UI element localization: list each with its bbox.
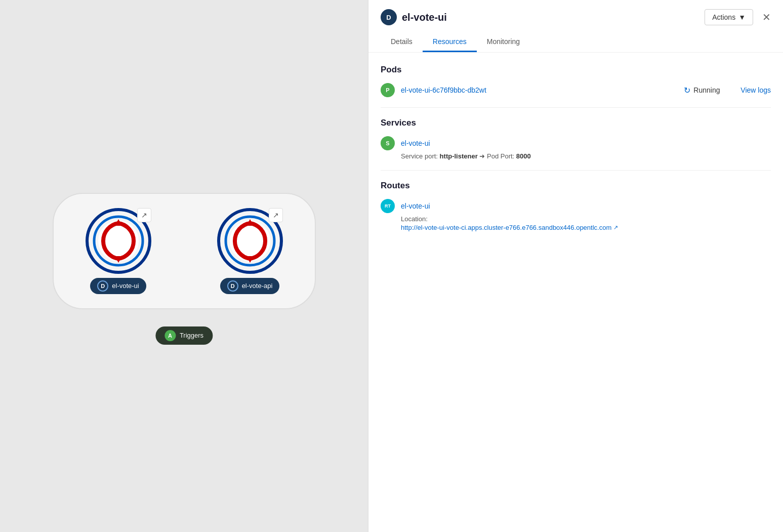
panel-body: Pods P el-vote-ui-6c76f9bbc-db2wt ↻ Runn… [368, 53, 783, 532]
arrow-icon: ➜ [479, 152, 487, 160]
triggers-letter: A [164, 330, 176, 341]
route-name-link[interactable]: el-vote-ui [401, 202, 430, 210]
node-badge-api: D [227, 280, 238, 292]
node-label-ui: D el-vote-ui [90, 278, 146, 294]
pod-name-link[interactable]: el-vote-ui-6c76f9bbc-db2wt [401, 86, 678, 94]
panel-title-row: D el-vote-ui Actions ▼ ✕ [381, 9, 771, 25]
route-url-link[interactable]: http://el-vote-ui-vote-ci.apps.cluster-e… [401, 224, 611, 231]
divider-1 [381, 107, 771, 108]
close-button[interactable]: ✕ [762, 12, 771, 22]
chevron-down-icon: ▼ [738, 13, 746, 21]
service-name-link[interactable]: el-vote-ui [401, 139, 430, 147]
route-location-label: Location: [381, 215, 771, 223]
node-icon-wrap-api[interactable]: ↗ [217, 208, 283, 274]
pod-port-label: Pod Port: [487, 152, 514, 160]
service-port-label: Service port: [401, 152, 438, 160]
node-el-vote-ui[interactable]: ↗ [86, 208, 151, 294]
external-link-icon-api[interactable]: ↗ [269, 208, 283, 222]
node-icon-wrap-ui[interactable]: ↗ [86, 208, 151, 274]
route-row: RT el-vote-ui [381, 199, 771, 213]
group-container: ↗ [53, 193, 316, 340]
panel-header: D el-vote-ui Actions ▼ ✕ Details Resourc… [368, 0, 783, 53]
route-badge: RT [381, 199, 395, 213]
routes-section-title: Routes [381, 181, 771, 191]
nodes-row: ↗ [53, 208, 316, 294]
view-logs-link[interactable]: View logs [740, 86, 771, 94]
service-row: S el-vote-ui [381, 136, 771, 150]
external-link-icon-ui[interactable]: ↗ [137, 208, 151, 222]
title-badge: D [381, 9, 397, 25]
pod-badge: P [381, 83, 395, 97]
tab-details[interactable]: Details [381, 32, 423, 52]
route-url[interactable]: http://el-vote-ui-vote-ci.apps.cluster-e… [381, 224, 771, 231]
actions-button[interactable]: Actions ▼ [705, 9, 753, 25]
pod-row: P el-vote-ui-6c76f9bbc-db2wt ↻ Running V… [381, 83, 771, 97]
pod-status: ↻ Running [684, 86, 734, 95]
service-port-name: http-listener [440, 152, 478, 160]
canvas-area: ↗ [0, 0, 368, 532]
panel-title-left: D el-vote-ui [381, 9, 447, 25]
services-section-title: Services [381, 118, 771, 128]
node-el-vote-api[interactable]: ↗ D el-vote-api [217, 208, 283, 294]
panel-title: el-vote-ui [402, 12, 447, 23]
service-port-row: Service port: http-listener ➜ Pod Port: … [381, 152, 771, 160]
tab-monitoring[interactable]: Monitoring [477, 32, 530, 52]
node-label-api: D el-vote-api [220, 278, 280, 294]
pods-section-title: Pods [381, 65, 771, 75]
node-badge-ui: D [97, 280, 108, 292]
route-external-icon: ↗ [613, 224, 618, 231]
running-icon: ↻ [684, 86, 690, 95]
tabs-row: Details Resources Monitoring [381, 32, 771, 52]
right-panel: D el-vote-ui Actions ▼ ✕ Details Resourc… [368, 0, 783, 532]
divider-2 [381, 170, 771, 171]
route-item: RT el-vote-ui Location: http://el-vote-u… [381, 199, 771, 231]
actions-label: Actions [712, 13, 735, 21]
tab-resources[interactable]: Resources [423, 32, 477, 52]
service-badge: S [381, 136, 395, 150]
service-item: S el-vote-ui Service port: http-listener… [381, 136, 771, 160]
pod-port-value: 8000 [516, 152, 531, 160]
